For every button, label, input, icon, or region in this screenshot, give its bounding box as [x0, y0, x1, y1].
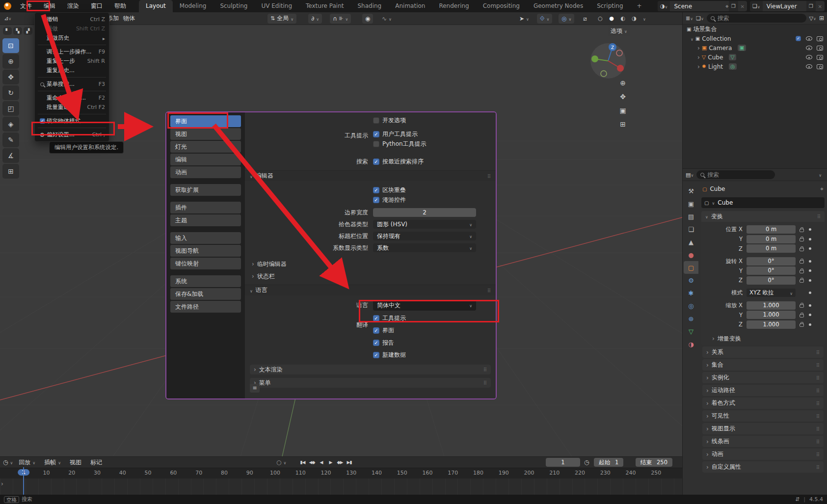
- tool-button[interactable]: ↻: [2, 85, 19, 100]
- collapsed-panel-bar[interactable]: 自定义属性: [702, 461, 824, 473]
- drag-dots-icon[interactable]: [487, 287, 491, 294]
- workspace-tab[interactable]: +: [630, 0, 649, 12]
- transport-button[interactable]: ▶: [326, 458, 335, 467]
- drag-dots-icon[interactable]: [816, 413, 820, 420]
- zoom-icon[interactable]: ⊕: [617, 78, 628, 88]
- drag-dots-icon[interactable]: [816, 400, 820, 407]
- transform-panel-header[interactable]: 变换: [701, 211, 825, 222]
- workspace-tab[interactable]: Scripting: [590, 0, 630, 12]
- expander-icon[interactable]: [697, 45, 700, 52]
- shading-mode-button[interactable]: ●: [606, 14, 617, 24]
- scene-selector[interactable]: ◑ Scene: [658, 1, 747, 11]
- animate-dot-icon[interactable]: [809, 279, 811, 282]
- object-row[interactable]: ✹ Light ◎: [683, 62, 827, 71]
- drag-dots-icon[interactable]: [483, 379, 487, 386]
- tool-button[interactable]: ◈: [2, 117, 19, 132]
- menu-item[interactable]: 重复历史...: [35, 66, 109, 75]
- properties-editor-icon[interactable]: ▤: [686, 172, 694, 178]
- pivot-point-select[interactable]: ∂: [308, 14, 322, 24]
- animate-dot-icon[interactable]: [809, 269, 811, 272]
- drag-dots-icon[interactable]: [816, 387, 820, 394]
- value-field[interactable]: 0°: [747, 276, 796, 285]
- menu-item[interactable]: 重做历史: [35, 33, 109, 43]
- properties-search-input[interactable]: 搜索: [696, 170, 775, 179]
- menu-item[interactable]: 调整上一步操作... F9: [35, 47, 109, 56]
- pin-icon[interactable]: [820, 186, 824, 192]
- drag-dots-icon[interactable]: [816, 349, 820, 356]
- viewlayer-selector[interactable]: ❏ ViewLayer: [750, 1, 825, 11]
- menu-item[interactable]: 偏好设置... Ctrl ,: [35, 130, 109, 139]
- filter-icon[interactable]: ▽: [809, 15, 816, 22]
- l‌ock-icon[interactable]: [800, 238, 804, 241]
- drag-dots-icon[interactable]: [816, 438, 820, 445]
- properties-tab[interactable]: ⚒: [684, 185, 698, 197]
- checkbox[interactable]: [373, 159, 379, 165]
- pan-hand-icon[interactable]: ✥: [617, 91, 628, 102]
- xray-toggle[interactable]: ⧄: [580, 14, 590, 24]
- drag-dots-icon[interactable]: [817, 213, 821, 220]
- tool-button[interactable]: ✎: [2, 133, 19, 147]
- workspace-tab[interactable]: Rendering: [432, 0, 476, 12]
- collapsed-panel-bar[interactable]: 可见性: [702, 410, 824, 422]
- expander-icon[interactable]: [697, 63, 700, 70]
- preferences-sidebar-item[interactable]: 插件: [170, 202, 241, 213]
- camera-restrict-icon[interactable]: [817, 36, 823, 41]
- properties-tab[interactable]: ▢: [684, 261, 698, 274]
- collapsed-panel-bar[interactable]: 动画: [702, 449, 824, 460]
- preferences-sidebar-item[interactable]: 视图导航: [170, 245, 241, 257]
- l‌ock-icon[interactable]: [800, 304, 804, 308]
- properties-tab[interactable]: ⚙: [684, 274, 698, 287]
- checkbox[interactable]: [373, 352, 379, 358]
- new-collection-icon[interactable]: ⊞: [819, 15, 824, 22]
- eye-icon[interactable]: [806, 55, 812, 59]
- delta-transform-collapsed[interactable]: 增量变换: [701, 334, 825, 343]
- l‌ock-icon[interactable]: [800, 279, 804, 283]
- checkbox[interactable]: [373, 197, 379, 203]
- object-row[interactable]: ▽ Cube ▽: [683, 53, 827, 62]
- workspace-tab[interactable]: Modeling: [173, 0, 213, 12]
- value-field[interactable]: 0°: [747, 257, 796, 265]
- outliner-search-input[interactable]: 搜索: [707, 14, 806, 23]
- l‌ock-icon[interactable]: [800, 323, 804, 327]
- properties-tab[interactable]: ▲: [684, 236, 698, 248]
- collapsed-panel-bar[interactable]: 着色方式: [702, 398, 824, 409]
- animate-dot-icon[interactable]: [809, 314, 811, 316]
- animate-dot-icon[interactable]: [809, 323, 811, 326]
- menu-item[interactable]: 批量重命名... Ctrl F2: [35, 103, 109, 112]
- drag-dots-icon[interactable]: [487, 173, 491, 180]
- field[interactable]: 圆形 (HSV): [373, 220, 476, 229]
- preferences-sidebar-item[interactable]: 保存&加载: [170, 288, 241, 300]
- l‌ock-icon[interactable]: [800, 229, 804, 232]
- value-field[interactable]: 1.000: [747, 311, 796, 319]
- overlays-dropdown[interactable]: ◎: [559, 14, 574, 24]
- properties-tab[interactable]: ❏: [684, 223, 698, 236]
- shading-mode-button[interactable]: ◑: [629, 14, 640, 24]
- collection-row[interactable]: ▣ Collection: [683, 34, 827, 43]
- clock-icon[interactable]: [584, 459, 589, 466]
- drag-dots-icon[interactable]: [816, 362, 820, 369]
- eye-icon[interactable]: [806, 64, 812, 69]
- eye-icon[interactable]: [806, 36, 812, 41]
- checkbox[interactable]: [373, 131, 379, 137]
- copy-icon[interactable]: [729, 1, 738, 11]
- snap-controls[interactable]: ∩⊪: [330, 14, 351, 24]
- option-icon-3[interactable]: ▞: [24, 27, 32, 35]
- l‌ock-icon[interactable]: [800, 314, 804, 318]
- collapsed-panel-bar[interactable]: 集合: [702, 359, 824, 371]
- menu-item[interactable]: 锁定物体模式: [35, 116, 109, 126]
- checkbox[interactable]: [373, 340, 379, 346]
- preferences-sidebar-item[interactable]: 视图: [170, 128, 241, 140]
- timeline-menu-item[interactable]: 视图: [66, 458, 85, 467]
- properties-tab[interactable]: ⊛: [684, 312, 698, 325]
- preferences-sidebar-item[interactable]: 文件路径: [170, 301, 241, 313]
- proportional-editing-button[interactable]: ◉: [362, 14, 373, 24]
- preferences-sidebar-item[interactable]: 获取扩展: [170, 184, 241, 196]
- auto-keying-toggle[interactable]: ○: [276, 459, 286, 466]
- workspace-tab[interactable]: UV Editing: [254, 0, 299, 12]
- transport-button[interactable]: ◆▶: [336, 458, 344, 467]
- preferences-sidebar-item[interactable]: 系统: [170, 275, 241, 287]
- preferences-sidebar-item[interactable]: 界面: [170, 115, 241, 127]
- current-frame-field[interactable]: 1: [546, 458, 580, 467]
- animate-dot-icon[interactable]: [809, 247, 811, 250]
- value-field[interactable]: 0°: [747, 266, 796, 275]
